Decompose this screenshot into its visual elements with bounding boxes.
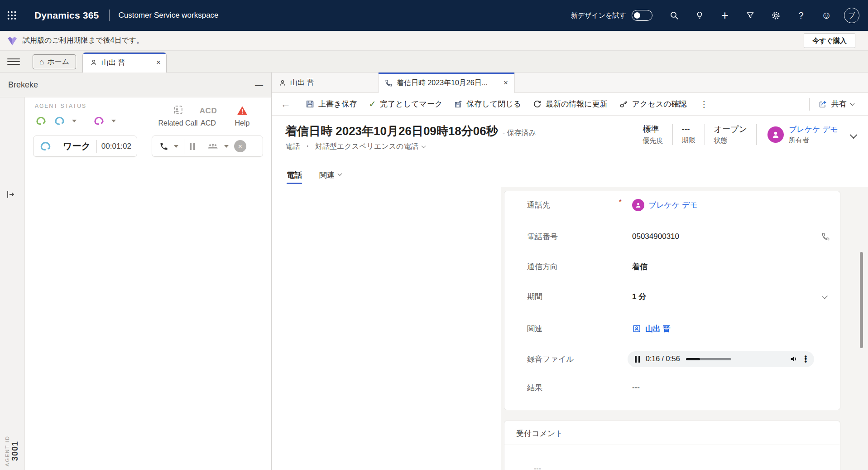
check-access-button[interactable]: アクセスの確認 xyxy=(614,96,693,113)
player-volume-icon[interactable] xyxy=(789,354,798,363)
collapse-panel-icon[interactable] xyxy=(5,189,17,201)
app-launcher-icon[interactable] xyxy=(0,0,24,31)
settings-gear-icon[interactable] xyxy=(763,0,788,31)
feedback-smiley-icon[interactable]: ☺ xyxy=(814,0,839,31)
dial-phone-icon[interactable] xyxy=(159,142,168,151)
entity-name: 電話 xyxy=(285,142,300,151)
form-tab-related[interactable]: 関連 xyxy=(319,163,341,187)
filter-icon[interactable] xyxy=(738,0,763,31)
status-value: オープン xyxy=(714,124,747,135)
save-button[interactable]: 上書き保存 xyxy=(300,96,363,113)
conference-people-icon[interactable] xyxy=(207,141,219,152)
phone-number-value[interactable]: 05034900310 xyxy=(632,232,679,241)
home-tab-label: ホーム xyxy=(47,57,69,67)
record-title: 着信日時 2023年10月26日09時18分06秒 xyxy=(285,123,498,139)
acd-button[interactable]: ACD ACD xyxy=(196,104,221,127)
session-tab-label: 山出 晋 xyxy=(290,78,314,87)
topbar-actions: 新デザインを試す + ? ☺ ブ xyxy=(571,0,864,31)
duration-dropdown-chevron-icon[interactable] xyxy=(822,293,828,299)
owner-field[interactable]: ブレケケ デモ 所有者 xyxy=(757,124,838,145)
field-row-phone-number: 電話番号 05034900310 xyxy=(504,228,840,245)
buy-now-button[interactable]: 今すぐ購入 xyxy=(804,34,855,48)
share-group: 共有 xyxy=(806,96,860,113)
key-icon xyxy=(619,100,628,108)
comment-divider xyxy=(504,445,840,445)
call-to-avatar xyxy=(632,199,644,211)
acd-label: ACD xyxy=(201,119,216,127)
lightbulb-icon[interactable] xyxy=(687,0,712,31)
share-dropdown-chevron-icon xyxy=(850,101,855,106)
mark-complete-button[interactable]: ✓ 完了としてマーク xyxy=(363,96,448,113)
back-arrow-icon[interactable]: ← xyxy=(281,98,300,110)
collapse-header-chevron-icon[interactable] xyxy=(850,131,858,139)
close-tab-icon[interactable]: × xyxy=(504,78,508,87)
agent-id-label: AGENT ID xyxy=(5,436,10,466)
tab-record-active[interactable]: 山出 晋 × xyxy=(82,52,167,73)
status-work-headset-icon[interactable] xyxy=(53,115,66,127)
close-tab-icon[interactable]: × xyxy=(156,58,161,67)
subtitle-separator: ・ xyxy=(304,142,311,151)
brekeke-gutter: AGENT ID 3001 brekeke CIM xyxy=(0,97,25,470)
regarding-link[interactable]: 山出 晋 xyxy=(645,324,671,334)
save-close-icon xyxy=(454,100,462,108)
field-row-regarding: 関連 山出 晋 xyxy=(504,320,840,337)
agent-status-pill[interactable]: ワーク 00:01:02 xyxy=(33,136,137,157)
player-pause-icon[interactable] xyxy=(635,356,640,363)
brand-title[interactable]: Dynamics 365 xyxy=(34,10,99,21)
conference-dropdown-icon[interactable] xyxy=(224,145,229,148)
session-tab-phonecall-active[interactable]: 着信日時 2023年10月26日... × xyxy=(378,73,515,93)
trial-gem-icon xyxy=(6,35,18,47)
checkmark-icon: ✓ xyxy=(369,99,376,109)
tab-home[interactable]: ⌂ ホーム xyxy=(33,54,76,69)
new-design-toggle[interactable] xyxy=(632,10,652,21)
search-icon[interactable] xyxy=(662,0,687,31)
call-to-link[interactable]: ブレケケ デモ xyxy=(648,200,698,210)
status-work-dropdown-icon[interactable] xyxy=(72,120,77,122)
topbar-divider xyxy=(109,10,110,21)
minimize-panel-icon[interactable]: — xyxy=(255,81,263,89)
hamburger-menu-icon[interactable] xyxy=(7,57,20,67)
help-question-icon[interactable]: ? xyxy=(788,0,814,31)
person-icon xyxy=(279,79,286,87)
status-available-headset-icon[interactable] xyxy=(35,115,47,127)
result-value[interactable]: --- xyxy=(632,383,640,392)
refresh-button[interactable]: 最新の情報に更新 xyxy=(527,96,614,113)
form-selector[interactable]: 電話 ・ 対話型エクスペリエンスの電話 xyxy=(285,142,425,151)
save-and-close-button[interactable]: 保存して閉じる xyxy=(448,96,527,113)
end-call-icon[interactable]: × xyxy=(234,140,246,152)
agent-status-buttons xyxy=(35,115,116,127)
app-name[interactable]: Customer Service workspace xyxy=(119,11,219,20)
session-tab-label: 着信日時 2023年10月26日... xyxy=(397,78,488,88)
status-busy-headset-icon[interactable] xyxy=(93,115,105,127)
call-pill-divider xyxy=(184,139,184,154)
direction-value[interactable]: 着信 xyxy=(632,262,647,272)
call-phone-icon[interactable] xyxy=(821,233,830,241)
form-tab-phone[interactable]: 電話 xyxy=(287,163,302,187)
due-value: --- xyxy=(682,125,695,134)
owner-name[interactable]: ブレケケ デモ xyxy=(789,124,838,135)
regarding-label: 関連 xyxy=(527,324,542,334)
due-label: 期限 xyxy=(682,136,695,145)
form-tab-label: 関連 xyxy=(319,170,335,180)
help-label: Help xyxy=(235,119,250,127)
help-button[interactable]: Help xyxy=(228,104,257,127)
save-state: - 保存済み xyxy=(503,128,536,138)
player-progress-bar[interactable] xyxy=(686,358,731,360)
commandbar-divider xyxy=(809,98,810,111)
session-tab-contact[interactable]: 山出 晋 xyxy=(273,73,320,93)
player-menu-icon[interactable]: ••• xyxy=(804,355,807,363)
quick-create-plus-icon[interactable]: + xyxy=(712,0,738,31)
duration-value[interactable]: 1 分 xyxy=(632,291,646,302)
call-controls-pill: × xyxy=(152,136,263,157)
hold-pause-icon[interactable] xyxy=(190,143,195,150)
user-avatar[interactable]: ブ xyxy=(839,0,864,31)
acd-icon: ACD xyxy=(196,104,221,116)
more-commands-icon[interactable]: ⋮ xyxy=(693,99,715,109)
share-icon xyxy=(818,100,827,109)
status-busy-dropdown-icon[interactable] xyxy=(111,120,116,122)
form-tabbar: 電話 関連 xyxy=(272,163,868,187)
share-button[interactable]: 共有 xyxy=(812,96,860,113)
vertical-scrollbar[interactable] xyxy=(860,252,863,348)
dial-dropdown-icon[interactable] xyxy=(174,145,178,148)
related-call-button[interactable]: Related Call xyxy=(153,104,203,127)
